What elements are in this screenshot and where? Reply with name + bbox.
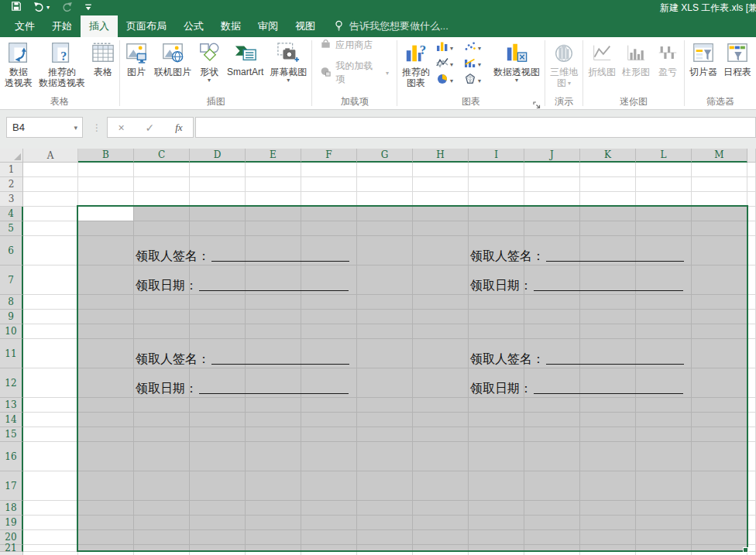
cell[interactable] (301, 266, 357, 295)
cell[interactable] (636, 545, 692, 552)
row-header-10[interactable]: 10 (0, 324, 23, 339)
cell[interactable] (413, 471, 469, 501)
col-header-B[interactable]: B (78, 149, 134, 163)
cell[interactable] (580, 310, 636, 324)
cell[interactable] (301, 192, 357, 207)
row-header-14[interactable]: 14 (0, 413, 23, 427)
cell[interactable] (78, 413, 134, 427)
cell[interactable] (469, 177, 524, 192)
row-header-15[interactable]: 15 (0, 427, 23, 442)
col-header-F[interactable]: F (301, 149, 357, 163)
cell[interactable] (301, 295, 357, 310)
cell[interactable] (636, 163, 692, 177)
cell[interactable] (636, 221, 692, 236)
cell[interactable] (246, 501, 301, 516)
screenshot-button[interactable]: 屏幕截图▾ (266, 38, 310, 83)
cell[interactable] (246, 516, 301, 530)
cell[interactable] (246, 545, 301, 552)
cell[interactable] (357, 530, 413, 545)
cell[interactable] (580, 471, 636, 501)
cell[interactable] (580, 236, 636, 266)
cell[interactable] (636, 427, 692, 442)
radar-chart-button[interactable]: ▾ (464, 74, 487, 87)
cell[interactable] (23, 266, 78, 295)
cell[interactable] (246, 177, 301, 192)
active-cell-B4[interactable] (78, 207, 134, 221)
cell[interactable] (357, 427, 413, 442)
cell[interactable] (747, 339, 756, 368)
cell[interactable] (636, 530, 692, 545)
cell[interactable] (747, 552, 756, 555)
cell[interactable] (357, 516, 413, 530)
cell[interactable] (469, 530, 524, 545)
cell[interactable] (134, 192, 190, 207)
row-header-3[interactable]: 3 (0, 192, 23, 207)
tab-insert[interactable]: 插入 (81, 15, 118, 37)
cell[interactable] (413, 295, 469, 310)
row-header-21[interactable]: 21 (0, 545, 23, 552)
cell[interactable] (469, 324, 524, 339)
cell[interactable] (357, 177, 413, 192)
cell[interactable] (747, 236, 756, 266)
cell[interactable] (692, 163, 747, 177)
insert-function-icon[interactable]: fx (175, 122, 182, 134)
cell[interactable] (747, 442, 756, 471)
cell[interactable] (134, 368, 190, 398)
cell[interactable] (301, 207, 357, 221)
cell[interactable] (692, 266, 747, 295)
cell[interactable] (580, 501, 636, 516)
cell[interactable] (413, 545, 469, 552)
cell[interactable] (747, 368, 756, 398)
cell[interactable] (23, 427, 78, 442)
cell[interactable] (301, 324, 357, 339)
cell[interactable] (190, 398, 246, 413)
picture-button[interactable]: 图片 (122, 38, 151, 77)
cell[interactable] (413, 427, 469, 442)
cell[interactable] (357, 398, 413, 413)
cell[interactable] (580, 427, 636, 442)
cell[interactable] (636, 266, 692, 295)
cell[interactable] (636, 516, 692, 530)
undo-button[interactable]: ▾ (33, 0, 50, 15)
col-header-I[interactable]: I (469, 149, 524, 163)
cell[interactable] (413, 324, 469, 339)
cell[interactable] (469, 427, 524, 442)
cell[interactable] (23, 163, 78, 177)
row-header-13[interactable]: 13 (0, 398, 23, 413)
col-header-C[interactable]: C (134, 149, 190, 163)
cell[interactable] (190, 368, 246, 398)
cell[interactable] (23, 442, 78, 471)
cell[interactable] (469, 221, 524, 236)
cell[interactable] (524, 398, 580, 413)
cell[interactable] (747, 501, 756, 516)
cell[interactable] (580, 516, 636, 530)
cell[interactable] (524, 221, 580, 236)
cell[interactable] (747, 295, 756, 310)
cell[interactable] (134, 501, 190, 516)
row-header-17[interactable]: 17 (0, 471, 23, 501)
tab-view[interactable]: 视图 (287, 15, 324, 37)
cell[interactable] (23, 310, 78, 324)
cell[interactable] (23, 545, 78, 552)
cell[interactable] (524, 207, 580, 221)
cell[interactable] (23, 413, 78, 427)
cell[interactable] (636, 295, 692, 310)
cell[interactable] (580, 413, 636, 427)
cell[interactable] (357, 236, 413, 266)
cell[interactable] (413, 516, 469, 530)
cell[interactable] (78, 552, 134, 555)
slicer-button[interactable]: 切片器 (686, 38, 720, 77)
cell[interactable] (190, 295, 246, 310)
cell[interactable] (747, 471, 756, 501)
tab-file[interactable]: 文件 (6, 15, 43, 37)
cell[interactable] (413, 221, 469, 236)
row-header-7[interactable]: 7 (0, 266, 23, 295)
pivotchart-button[interactable]: 数据透视图▾ (490, 38, 543, 83)
cell[interactable] (692, 177, 747, 192)
cell[interactable] (580, 266, 636, 295)
cell[interactable] (301, 236, 357, 266)
cell[interactable] (636, 192, 692, 207)
chevron-down-icon[interactable]: ▾ (46, 5, 50, 11)
cell[interactable] (134, 398, 190, 413)
cell[interactable] (301, 339, 357, 368)
